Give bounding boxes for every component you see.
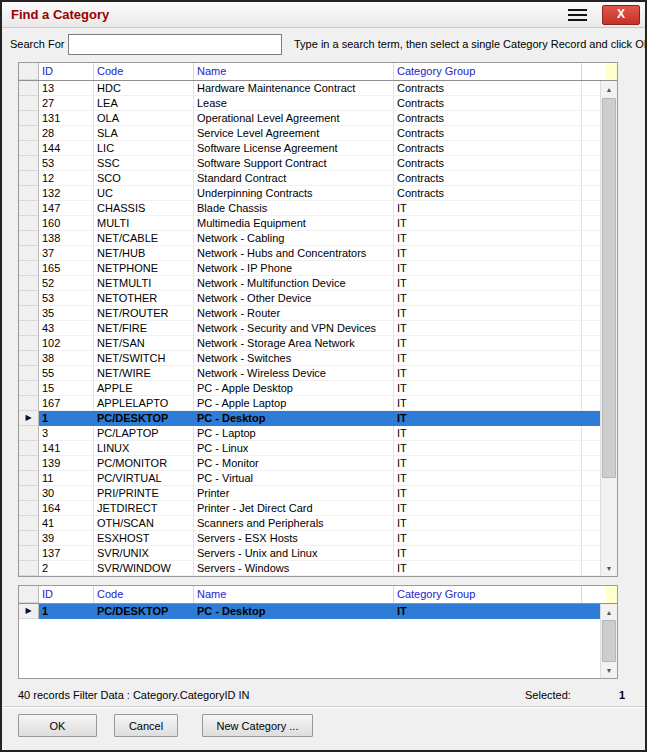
cell-code[interactable]: NET/ROUTER bbox=[94, 306, 194, 321]
cell-group[interactable]: Contracts bbox=[394, 126, 582, 141]
row-selector[interactable] bbox=[19, 171, 39, 186]
table-row[interactable]: 39ESXHOSTServers - ESX HostsIT bbox=[19, 531, 600, 546]
cell-name[interactable]: Standard Contract bbox=[194, 171, 394, 186]
column-header-name[interactable]: Name bbox=[194, 586, 394, 603]
cell-code[interactable]: PC/DESKTOP bbox=[94, 411, 194, 426]
row-selector[interactable] bbox=[19, 381, 39, 396]
cell-code[interactable]: PC/LAPTOP bbox=[94, 426, 194, 441]
scroll-up-icon[interactable]: ▲ bbox=[601, 81, 617, 97]
cell-id[interactable]: 147 bbox=[39, 201, 94, 216]
table-row[interactable]: 15APPLEPC - Apple DesktopIT bbox=[19, 381, 600, 396]
cell-code[interactable]: OLA bbox=[94, 111, 194, 126]
row-selector[interactable] bbox=[19, 246, 39, 261]
cell-name[interactable]: Printer - Jet Direct Card bbox=[194, 501, 394, 516]
cell-code[interactable]: NETPHONE bbox=[94, 261, 194, 276]
cell-group[interactable]: IT bbox=[394, 456, 582, 471]
column-header-code[interactable]: Code bbox=[94, 63, 194, 80]
cell-id[interactable]: 55 bbox=[39, 366, 94, 381]
cell-id[interactable]: 2 bbox=[39, 561, 94, 576]
cell-id[interactable]: 15 bbox=[39, 381, 94, 396]
cell-name[interactable]: Software Support Contract bbox=[194, 156, 394, 171]
cell-group[interactable]: IT bbox=[394, 546, 582, 561]
cell-name[interactable]: Network - IP Phone bbox=[194, 261, 394, 276]
row-selector[interactable] bbox=[19, 231, 39, 246]
table-row[interactable]: 139PC/MONITORPC - MonitorIT bbox=[19, 456, 600, 471]
cell-name[interactable]: Hardware Maintenance Contract bbox=[194, 81, 394, 96]
cell-code[interactable]: CHASSIS bbox=[94, 201, 194, 216]
cell-code[interactable]: PRI/PRINTE bbox=[94, 486, 194, 501]
cell-name[interactable]: PC - Apple Laptop bbox=[194, 396, 394, 411]
cell-name[interactable]: Lease bbox=[194, 96, 394, 111]
cell-code[interactable]: HDC bbox=[94, 81, 194, 96]
current-row-marker-icon[interactable]: ▶ bbox=[19, 604, 39, 619]
cell-id[interactable]: 39 bbox=[39, 531, 94, 546]
cell-id[interactable]: 52 bbox=[39, 276, 94, 291]
row-selector[interactable] bbox=[19, 216, 39, 231]
cell-group[interactable]: Contracts bbox=[394, 96, 582, 111]
cell-id[interactable]: 28 bbox=[39, 126, 94, 141]
cell-id[interactable]: 53 bbox=[39, 291, 94, 306]
cell-id[interactable]: 139 bbox=[39, 456, 94, 471]
table-row[interactable]: 11PC/VIRTUALPC - VirtualIT bbox=[19, 471, 600, 486]
cell-id[interactable]: 164 bbox=[39, 501, 94, 516]
row-selector[interactable] bbox=[19, 366, 39, 381]
cell-code[interactable]: JETDIRECT bbox=[94, 501, 194, 516]
cell-group[interactable]: IT bbox=[394, 351, 582, 366]
cell-group[interactable]: IT bbox=[394, 276, 582, 291]
row-selector[interactable] bbox=[19, 516, 39, 531]
cell-group[interactable]: Contracts bbox=[394, 186, 582, 201]
cell-code[interactable]: NET/SAN bbox=[94, 336, 194, 351]
cell-name[interactable]: PC - Laptop bbox=[194, 426, 394, 441]
cell-group[interactable]: IT bbox=[394, 231, 582, 246]
cell-name[interactable]: Scanners and Peripherals bbox=[194, 516, 394, 531]
cell-group[interactable]: IT bbox=[394, 441, 582, 456]
hamburger-menu-icon[interactable] bbox=[561, 5, 593, 25]
cell-id[interactable]: 43 bbox=[39, 321, 94, 336]
table-row[interactable]: 165NETPHONENetwork - IP PhoneIT bbox=[19, 261, 600, 276]
table-row[interactable]: 137SVR/UNIXServers - Unix and LinuxIT bbox=[19, 546, 600, 561]
cell-code[interactable]: APPLELAPTO bbox=[94, 396, 194, 411]
table-row[interactable]: 41OTH/SCANScanners and PeripheralsIT bbox=[19, 516, 600, 531]
cell-name[interactable]: Servers - Unix and Linux bbox=[194, 546, 394, 561]
table-row[interactable]: 35NET/ROUTERNetwork - RouterIT bbox=[19, 306, 600, 321]
ok-button[interactable]: OK bbox=[18, 714, 97, 737]
row-selector[interactable] bbox=[19, 336, 39, 351]
cell-name[interactable]: Network - Wireless Device bbox=[194, 366, 394, 381]
cell-name[interactable]: PC - Apple Desktop bbox=[194, 381, 394, 396]
row-selector[interactable] bbox=[19, 471, 39, 486]
new-category-button[interactable]: New Category ... bbox=[202, 714, 313, 737]
cell-code[interactable]: NET/CABLE bbox=[94, 231, 194, 246]
table-row[interactable]: 147CHASSISBlade ChassisIT bbox=[19, 201, 600, 216]
cell-group[interactable]: IT bbox=[394, 471, 582, 486]
table-row[interactable]: 141LINUXPC - LinuxIT bbox=[19, 441, 600, 456]
cell-id[interactable]: 53 bbox=[39, 156, 94, 171]
cell-name[interactable]: Network - Other Device bbox=[194, 291, 394, 306]
cell-name[interactable]: Printer bbox=[194, 486, 394, 501]
cell-group[interactable]: IT bbox=[394, 261, 582, 276]
cell-id[interactable]: 132 bbox=[39, 186, 94, 201]
table-row[interactable]: 27LEALeaseContracts bbox=[19, 96, 600, 111]
row-selector[interactable] bbox=[19, 561, 39, 576]
column-header-name[interactable]: Name bbox=[194, 63, 394, 80]
cell-code[interactable]: APPLE bbox=[94, 381, 194, 396]
table-row[interactable]: 52NETMULTINetwork - Multifunction Device… bbox=[19, 276, 600, 291]
cell-name[interactable]: PC - Desktop bbox=[194, 604, 394, 619]
cell-code[interactable]: UC bbox=[94, 186, 194, 201]
column-header-id[interactable]: ID bbox=[39, 63, 94, 80]
cell-group[interactable]: IT bbox=[394, 561, 582, 576]
cell-group[interactable]: IT bbox=[394, 396, 582, 411]
cell-name[interactable]: PC - Linux bbox=[194, 441, 394, 456]
cell-code[interactable]: NET/SWITCH bbox=[94, 351, 194, 366]
cell-group[interactable]: Contracts bbox=[394, 111, 582, 126]
table-row[interactable]: 28SLAService Level AgreementContracts bbox=[19, 126, 600, 141]
cell-id[interactable]: 102 bbox=[39, 336, 94, 351]
cancel-button[interactable]: Cancel bbox=[114, 714, 178, 737]
cell-id[interactable]: 35 bbox=[39, 306, 94, 321]
scrollbar-thumb[interactable] bbox=[602, 620, 616, 662]
cell-name[interactable]: Operational Level Agreement bbox=[194, 111, 394, 126]
table-row[interactable]: 138NET/CABLENetwork - CablingIT bbox=[19, 231, 600, 246]
cell-group[interactable]: IT bbox=[394, 501, 582, 516]
scroll-down-icon[interactable]: ▼ bbox=[601, 560, 617, 576]
table-row[interactable]: 102NET/SANNetwork - Storage Area Network… bbox=[19, 336, 600, 351]
cell-name[interactable]: PC - Virtual bbox=[194, 471, 394, 486]
